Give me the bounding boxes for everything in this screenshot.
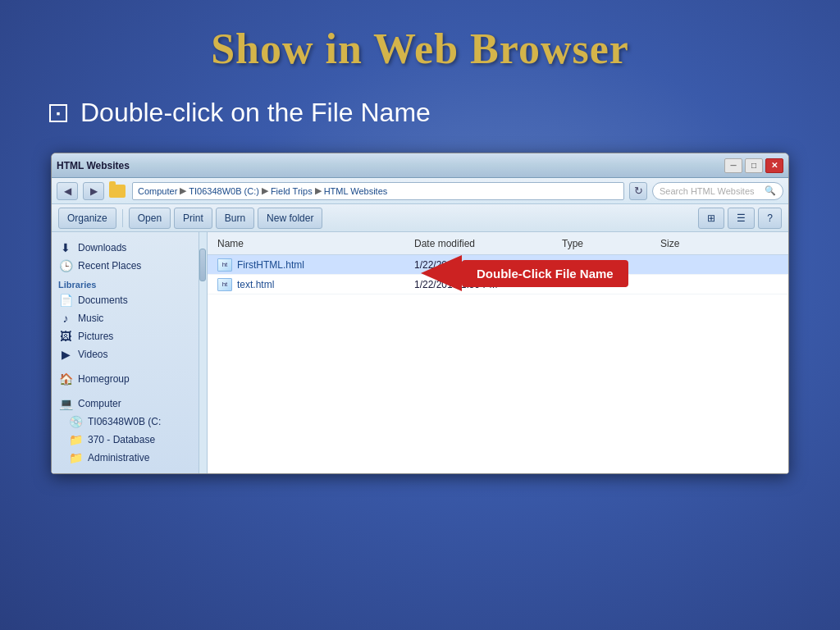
toolbar: Organize Open Print Burn New folder ⊞ ☰ … bbox=[52, 204, 788, 232]
drive-icon: 💿 bbox=[68, 415, 83, 428]
recent-places-icon: 🕒 bbox=[58, 259, 73, 272]
path-htmlwebsites: HTML Websites bbox=[324, 186, 388, 196]
pictures-icon: 🖼 bbox=[58, 330, 73, 343]
back-button[interactable]: ◀ bbox=[57, 182, 78, 200]
sidebar-scrollbar[interactable] bbox=[199, 232, 208, 473]
new-folder-button[interactable]: New folder bbox=[258, 208, 322, 229]
sidebar-label-computer: Computer bbox=[78, 398, 121, 409]
music-icon: ♪ bbox=[58, 312, 73, 325]
computer-icon: 💻 bbox=[58, 397, 73, 410]
annotation-arrow bbox=[421, 255, 462, 291]
address-bar: ◀ ▶ Computer ▶ TI06348W0B (C:) ▶ Field T… bbox=[52, 178, 788, 204]
sidebar-item-pictures[interactable]: 🖼 Pictures bbox=[52, 327, 199, 345]
title-bar-left: HTML Websites bbox=[57, 160, 130, 171]
slide-title: Show in Web Browser bbox=[49, 25, 791, 73]
sidebar-label-drive: TI06348W0B (C: bbox=[88, 416, 161, 427]
address-path[interactable]: Computer ▶ TI06348W0B (C:) ▶ Field Trips… bbox=[132, 182, 624, 200]
title-controls: ─ □ ✕ bbox=[724, 158, 783, 173]
sidebar: ⬇ Downloads 🕒 Recent Places Libraries 📄 … bbox=[52, 232, 199, 473]
documents-icon: 📄 bbox=[58, 294, 73, 307]
sidebar-item-videos[interactable]: ▶ Videos bbox=[52, 345, 199, 363]
sidebar-item-computer[interactable]: 💻 Computer bbox=[52, 395, 199, 413]
sidebar-item-recent-places[interactable]: 🕒 Recent Places bbox=[52, 257, 199, 275]
bullet-checkbox bbox=[49, 104, 67, 122]
sidebar-label-pictures: Pictures bbox=[78, 331, 113, 342]
folder-370-icon: 📁 bbox=[68, 433, 83, 446]
file-label-texthtml: text.html bbox=[237, 279, 274, 290]
title-bar: HTML Websites ─ □ ✕ bbox=[52, 153, 788, 178]
col-header-name[interactable]: Name bbox=[214, 238, 411, 249]
minimize-button[interactable]: ─ bbox=[724, 158, 742, 173]
search-icon: 🔍 bbox=[765, 185, 776, 196]
bullet-text: Double-click on the File Name bbox=[80, 98, 431, 128]
scrollbar-thumb[interactable] bbox=[199, 249, 206, 281]
sidebar-label-homegroup: Homegroup bbox=[78, 373, 130, 385]
toolbar-separator-1 bbox=[122, 209, 123, 227]
folder-icon bbox=[109, 185, 126, 198]
close-button[interactable]: ✕ bbox=[765, 158, 783, 173]
toolbar-right: ⊞ ☰ ? bbox=[698, 208, 782, 229]
maximize-button[interactable]: □ bbox=[745, 158, 763, 173]
sidebar-label-music: Music bbox=[78, 313, 103, 324]
refresh-button[interactable]: ↻ bbox=[629, 182, 647, 200]
path-drive: TI06348W0B (C:) bbox=[189, 186, 259, 196]
col-header-size[interactable]: Size bbox=[657, 238, 723, 249]
col-header-type[interactable]: Type bbox=[559, 238, 657, 249]
file-label-firsthtml: FirstHTML.html bbox=[237, 259, 304, 271]
bullet-point: Double-click on the File Name bbox=[49, 98, 431, 128]
path-sep-3: ▶ bbox=[315, 185, 322, 196]
sidebar-item-homegroup[interactable]: 🏠 Homegroup bbox=[52, 370, 199, 388]
sidebar-label-documents: Documents bbox=[78, 294, 128, 306]
sidebar-item-370[interactable]: 📁 370 - Database bbox=[52, 431, 199, 449]
sidebar-label-recent-places: Recent Places bbox=[78, 260, 141, 272]
view-details-button[interactable]: ☰ bbox=[728, 208, 755, 229]
sidebar-item-documents[interactable]: 📄 Documents bbox=[52, 291, 199, 309]
sidebar-item-music[interactable]: ♪ Music bbox=[52, 309, 199, 327]
col-header-date[interactable]: Date modified bbox=[411, 238, 559, 249]
folder-admin-icon: 📁 bbox=[68, 451, 83, 464]
videos-icon: ▶ bbox=[58, 348, 73, 361]
file-name-firsthtml: ht FirstHTML.html bbox=[214, 258, 411, 272]
print-button[interactable]: Print bbox=[174, 208, 212, 229]
sidebar-item-drive[interactable]: 💿 TI06348W0B (C: bbox=[52, 413, 199, 431]
explorer-title: HTML Websites bbox=[57, 160, 130, 171]
sidebar-label-370: 370 - Database bbox=[88, 434, 155, 445]
sidebar-label-admin: Administrative bbox=[88, 452, 149, 463]
file-list: Name Date modified Type Size ht FirstHTM… bbox=[208, 232, 788, 473]
search-box[interactable]: Search HTML Websites 🔍 bbox=[652, 182, 783, 200]
path-sep-2: ▶ bbox=[262, 185, 268, 196]
downloads-icon: ⬇ bbox=[58, 241, 73, 254]
help-button[interactable]: ? bbox=[758, 208, 782, 229]
content-area: ⬇ Downloads 🕒 Recent Places Libraries 📄 … bbox=[52, 232, 788, 473]
sidebar-item-admin[interactable]: 📁 Administrative bbox=[52, 449, 199, 467]
sidebar-label-videos: Videos bbox=[78, 349, 107, 360]
explorer-window: HTML Websites ─ □ ✕ ◀ ▶ Computer ▶ TI063… bbox=[51, 153, 789, 474]
open-button[interactable]: Open bbox=[129, 208, 171, 229]
file-name-texthtml: ht text.html bbox=[214, 278, 411, 291]
path-sep-1: ▶ bbox=[180, 185, 186, 196]
sidebar-item-downloads[interactable]: ⬇ Downloads bbox=[52, 239, 199, 257]
file-icon-firsthtml: ht bbox=[217, 258, 232, 272]
forward-button[interactable]: ▶ bbox=[83, 182, 104, 200]
annotation-overlay: Double-Click File Name bbox=[421, 255, 628, 291]
path-computer: Computer bbox=[138, 186, 177, 196]
burn-button[interactable]: Burn bbox=[216, 208, 254, 229]
annotation-label: Double-Click File Name bbox=[462, 260, 628, 287]
sidebar-section-libraries: Libraries bbox=[52, 275, 199, 291]
sidebar-label-downloads: Downloads bbox=[78, 242, 126, 253]
file-list-header: Name Date modified Type Size bbox=[208, 232, 788, 255]
view-button[interactable]: ⊞ bbox=[698, 208, 724, 229]
slide: Show in Web Browser Double-click on the … bbox=[0, 0, 840, 630]
organize-button[interactable]: Organize bbox=[58, 208, 116, 229]
file-icon-texthtml: ht bbox=[217, 278, 232, 291]
homegroup-icon: 🏠 bbox=[58, 372, 73, 386]
path-fieldtrips: Field Trips bbox=[271, 186, 313, 196]
search-placeholder: Search HTML Websites bbox=[660, 186, 755, 196]
